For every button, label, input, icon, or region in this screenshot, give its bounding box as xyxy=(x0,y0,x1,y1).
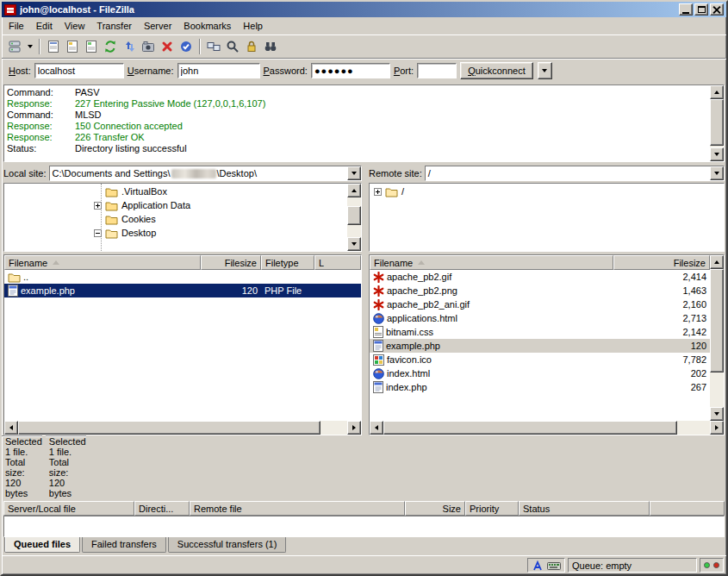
scroll-thumb[interactable] xyxy=(18,421,320,435)
file-row[interactable]: bitnami.css 2,142 xyxy=(370,325,710,339)
file-row[interactable]: apache_pb2.png 1,463 xyxy=(370,284,710,297)
scroll-thumb[interactable] xyxy=(347,206,361,225)
quickconnect-dropdown-button[interactable] xyxy=(538,62,552,79)
quickconnect-button[interactable]: Quickconnect xyxy=(460,62,533,79)
tree-item[interactable]: Application Data xyxy=(4,198,347,212)
filter-icon[interactable] xyxy=(223,37,242,56)
menu-server[interactable]: Server xyxy=(138,18,177,34)
menu-transfer[interactable]: Transfer xyxy=(90,18,138,34)
column-header-filesize[interactable]: Filesize xyxy=(613,255,710,270)
file-row[interactable]: index.php 267 xyxy=(370,380,710,394)
scroll-right-button[interactable] xyxy=(347,421,361,435)
tree-item[interactable]: / xyxy=(370,185,724,198)
file-row[interactable]: apache_pb2_ani.gif 2,160 xyxy=(370,297,710,311)
column-header-status[interactable]: Status xyxy=(519,501,650,516)
username-input[interactable] xyxy=(177,63,260,78)
tree-expander-plus-icon[interactable] xyxy=(94,202,102,210)
directory-comparison-icon[interactable] xyxy=(204,37,223,56)
column-label: Size xyxy=(443,504,461,514)
host-input[interactable] xyxy=(34,63,124,78)
log-scrollbar[interactable] xyxy=(710,85,724,161)
column-header-filesize[interactable]: Filesize xyxy=(201,255,261,270)
html-file-icon xyxy=(373,313,384,324)
file-row-selected[interactable]: example.php 120 PHP File xyxy=(4,284,361,297)
tree-expander-minus-icon[interactable] xyxy=(94,229,102,237)
column-header-priority[interactable]: Priority xyxy=(465,501,519,516)
local-list-rows: .. example.php 120 PHP File xyxy=(4,270,361,421)
column-header-filename[interactable]: Filename xyxy=(4,255,201,270)
column-header-filename[interactable]: Filename xyxy=(370,255,613,270)
camera-icon[interactable] xyxy=(139,37,158,56)
menu-edit[interactable]: Edit xyxy=(30,18,59,34)
log-line: Response:150 Connection accepted xyxy=(7,121,707,132)
scroll-down-button[interactable] xyxy=(710,407,724,421)
tree-item[interactable]: .VirtualBox xyxy=(4,185,347,198)
file-row[interactable]: favicon.ico 7,782 xyxy=(370,353,710,366)
file-row-selected[interactable]: example.php 120 xyxy=(370,339,710,353)
find-files-icon[interactable] xyxy=(261,37,280,56)
maximize-button[interactable] xyxy=(694,3,708,16)
process-queue-icon[interactable] xyxy=(120,37,139,56)
local-list-hscrollbar[interactable] xyxy=(4,421,361,435)
scroll-thumb[interactable] xyxy=(383,421,677,435)
local-tree-scrollbar[interactable] xyxy=(347,184,361,251)
menu-file[interactable]: File xyxy=(3,18,30,34)
remote-list-scrollbar[interactable] xyxy=(710,255,724,421)
column-header-lastmodified[interactable]: L xyxy=(314,255,361,270)
remote-list-hscrollbar[interactable] xyxy=(370,421,724,435)
file-size: 2,414 xyxy=(613,272,710,282)
tab-queued-files[interactable]: Queued files xyxy=(4,537,80,553)
close-button[interactable] xyxy=(710,3,724,16)
cancel-icon[interactable] xyxy=(158,37,177,56)
site-manager-icon[interactable] xyxy=(5,37,24,56)
tree-item[interactable]: Desktop xyxy=(4,226,347,240)
tree-item[interactable]: Cookies xyxy=(4,212,347,226)
column-header-remote-file[interactable]: Remote file xyxy=(190,501,405,516)
column-header-size[interactable]: Size xyxy=(405,501,465,516)
scroll-down-button[interactable] xyxy=(347,237,361,251)
refresh-icon[interactable] xyxy=(101,37,120,56)
scroll-down-button[interactable] xyxy=(710,147,724,161)
scroll-track[interactable] xyxy=(710,269,724,407)
column-header-server-local-file[interactable]: Server/Local file xyxy=(3,501,134,516)
file-row[interactable]: applications.html 2,713 xyxy=(370,311,710,325)
scroll-left-button[interactable] xyxy=(4,421,18,435)
column-label: Remote file xyxy=(194,504,242,514)
scroll-track[interactable] xyxy=(18,421,347,435)
scroll-track[interactable] xyxy=(347,197,361,237)
file-row[interactable]: .. xyxy=(4,270,361,284)
local-site-dropdown-button[interactable] xyxy=(347,166,361,180)
remote-site-combobox[interactable]: / xyxy=(425,166,725,181)
port-input[interactable] xyxy=(417,63,457,78)
file-row[interactable]: apache_pb2.gif 2,414 xyxy=(370,270,710,284)
ok-badge-icon[interactable] xyxy=(177,37,196,56)
file-row[interactable]: index.html 202 xyxy=(370,366,710,380)
remote-site-dropdown-button[interactable] xyxy=(710,166,724,180)
menu-bookmarks[interactable]: Bookmarks xyxy=(177,18,237,34)
toggle-local-tree-icon[interactable] xyxy=(63,37,82,56)
tab-failed-transfers[interactable]: Failed transfers xyxy=(82,537,166,553)
site-manager-dropdown-icon[interactable] xyxy=(24,37,35,56)
menu-view[interactable]: View xyxy=(59,18,91,34)
scroll-track[interactable] xyxy=(383,421,710,435)
scroll-up-button[interactable] xyxy=(710,85,724,99)
toggle-remote-tree-icon[interactable] xyxy=(82,37,101,56)
toggle-message-log-icon[interactable] xyxy=(44,37,63,56)
scroll-thumb[interactable] xyxy=(710,269,724,373)
tree-expander-plus-icon[interactable] xyxy=(374,188,382,196)
scroll-up-button[interactable] xyxy=(347,184,361,197)
scroll-left-button[interactable] xyxy=(370,421,383,435)
password-input[interactable] xyxy=(311,63,390,78)
scroll-track[interactable] xyxy=(710,99,724,147)
menu-help[interactable]: Help xyxy=(237,18,269,34)
scroll-thumb[interactable] xyxy=(710,99,724,146)
synchronized-browsing-icon[interactable] xyxy=(242,37,261,56)
minimize-button[interactable] xyxy=(679,3,693,16)
column-header-filetype[interactable]: Filetype xyxy=(261,255,314,270)
tab-successful-transfers[interactable]: Successful transfers (1) xyxy=(168,537,287,553)
column-header-direction[interactable]: Directi... xyxy=(134,501,190,516)
scroll-up-button[interactable] xyxy=(710,255,724,269)
queue-body[interactable] xyxy=(3,516,725,537)
scroll-right-button[interactable] xyxy=(710,421,724,435)
local-site-combobox[interactable]: C:\Documents and Settings\\Desktop\ xyxy=(49,166,362,181)
